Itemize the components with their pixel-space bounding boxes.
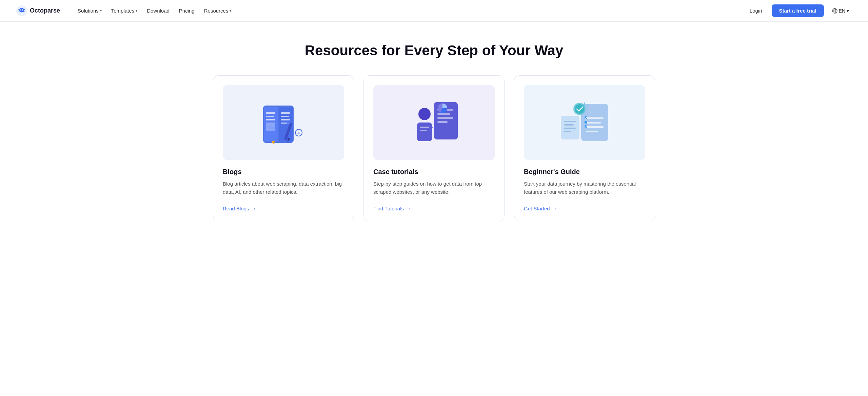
language-selector[interactable]: EN ▾ (829, 6, 852, 16)
blogs-card-desc: Blog articles about web scraping, data e… (223, 180, 344, 196)
tutorials-card-link[interactable]: Find Tutorials → (373, 206, 495, 211)
navbar-right: Login Start a free trial EN ▾ (746, 4, 852, 17)
tutorials-card-desc: Step-by-step guides on how to get data f… (373, 180, 495, 196)
globe-icon (832, 8, 837, 14)
svg-rect-38 (420, 127, 429, 128)
svg-line-5 (19, 11, 20, 11)
nav-item-templates[interactable]: Templates ▾ (107, 5, 141, 16)
page-title: Resources for Every Step of Your Way (213, 42, 655, 59)
svg-point-36 (418, 108, 431, 120)
svg-rect-32 (437, 113, 450, 115)
cards-grid: ✏ Blogs Blog articles about web scraping… (213, 75, 655, 221)
tutorials-card-image (373, 85, 495, 160)
main-content: Resources for Every Step of Your Way (197, 22, 671, 248)
svg-point-50 (575, 104, 584, 114)
svg-rect-33 (437, 117, 453, 119)
navbar: Octoparse Solutions ▾ Templates ▾ Downlo… (0, 0, 868, 22)
blogs-card-title: Blogs (223, 168, 344, 176)
svg-point-1 (20, 9, 22, 11)
guide-card-link[interactable]: Get Started → (524, 206, 645, 211)
svg-rect-37 (417, 122, 432, 141)
nav-item-download[interactable]: Download (143, 5, 174, 16)
templates-chevron-icon: ▾ (136, 9, 137, 13)
svg-rect-39 (420, 130, 427, 131)
tutorials-card: Case tutorials Step-by-step guides on ho… (363, 75, 505, 221)
guide-illustration (551, 95, 618, 150)
guide-card: Beginner's Guide Start your data journey… (514, 75, 655, 221)
guide-card-image (524, 85, 645, 160)
svg-point-2 (22, 9, 23, 11)
svg-rect-16 (266, 116, 274, 117)
svg-rect-58 (564, 131, 571, 132)
nav-item-resources[interactable]: Resources ▾ (200, 5, 236, 16)
svg-rect-56 (564, 124, 574, 126)
nav-item-solutions[interactable]: Solutions ▾ (74, 5, 106, 16)
svg-rect-47 (585, 121, 587, 124)
svg-rect-17 (266, 119, 275, 120)
nav-item-pricing[interactable]: Pricing (175, 5, 199, 16)
svg-rect-45 (586, 131, 598, 132)
blogs-card-link[interactable]: Read Blogs → (223, 206, 344, 211)
blogs-card: ✏ Blogs Blog articles about web scraping… (213, 75, 354, 221)
octoparse-logo-icon (16, 5, 27, 16)
guide-card-desc: Start your data journey by mastering the… (524, 180, 645, 196)
nav-links: Solutions ▾ Templates ▾ Download Pricing… (74, 5, 235, 16)
tutorials-arrow-icon: → (406, 206, 411, 211)
language-label: EN (839, 8, 845, 14)
svg-rect-57 (564, 128, 576, 129)
solutions-chevron-icon: ▾ (100, 9, 102, 13)
blogs-illustration: ✏ (250, 95, 317, 150)
guide-card-title: Beginner's Guide (524, 168, 645, 176)
svg-rect-20 (281, 112, 290, 114)
resources-chevron-icon: ▾ (230, 9, 231, 13)
blogs-card-image: ✏ (223, 85, 344, 160)
svg-text:✏: ✏ (297, 131, 300, 135)
svg-rect-55 (564, 121, 576, 122)
start-trial-button[interactable]: Start a free trial (772, 4, 824, 17)
svg-rect-21 (281, 116, 289, 117)
logo-text: Octoparse (30, 7, 60, 14)
guide-arrow-icon: → (552, 206, 557, 211)
svg-rect-44 (586, 126, 604, 128)
tutorials-illustration (400, 95, 468, 150)
svg-line-6 (24, 11, 25, 11)
login-button[interactable]: Login (746, 5, 766, 16)
svg-rect-22 (281, 119, 290, 120)
svg-rect-34 (437, 121, 448, 123)
navbar-left: Octoparse Solutions ▾ Templates ▾ Downlo… (16, 5, 235, 16)
svg-rect-15 (266, 112, 275, 114)
svg-rect-42 (586, 117, 604, 119)
tutorials-card-title: Case tutorials (373, 168, 495, 176)
logo[interactable]: Octoparse (16, 5, 60, 16)
blogs-arrow-icon: → (251, 206, 256, 211)
svg-rect-43 (586, 122, 601, 124)
lang-chevron-icon: ▾ (847, 8, 849, 14)
